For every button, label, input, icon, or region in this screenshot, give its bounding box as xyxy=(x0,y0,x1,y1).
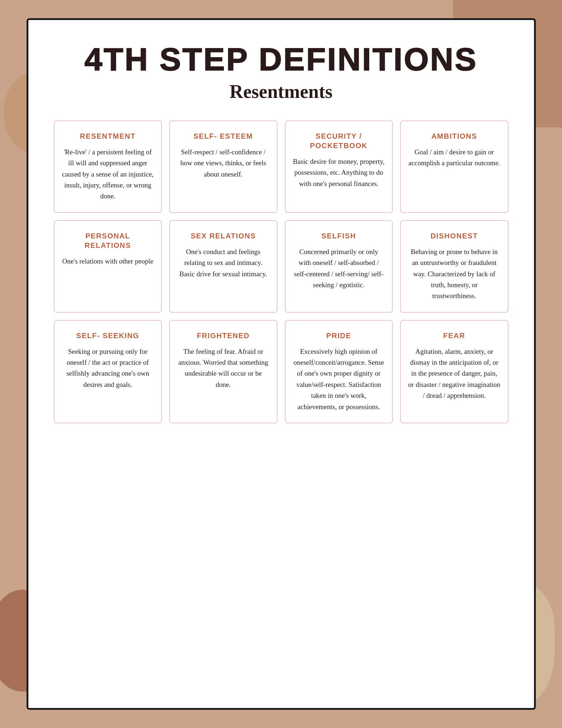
main-card: 4TH STEP DEFINITIONS Resentments RESENTM… xyxy=(27,18,536,710)
card-body-personal-relations: One's relations with other people xyxy=(62,256,153,267)
card-ambitions: AMBITIONSGoal / aim / desire to gain or … xyxy=(400,120,509,213)
card-body-security-pocketbook: Basic desire for money, property, posses… xyxy=(293,156,385,189)
card-title-frightened: FRIGHTENED xyxy=(197,331,250,340)
card-title-sex-relations: SEX RELATIONS xyxy=(191,231,256,241)
card-body-self-esteem: Self-respect / self-confidence / how one… xyxy=(177,147,270,180)
card-body-resentment: 'Re-live' / a persistent feeling of ill … xyxy=(62,147,154,202)
card-body-sex-relations: One's conduct and feelings relating to s… xyxy=(177,246,270,280)
card-resentment: RESENTMENT'Re-live' / a persistent feeli… xyxy=(54,120,162,213)
subtitle: Resentments xyxy=(54,81,509,102)
card-security-pocketbook: SECURITY / POCKETBOOKBasic desire for mo… xyxy=(285,120,393,213)
card-body-fear: Agitation, alarm, anxiety, or dismay in … xyxy=(408,346,501,401)
card-body-dishonest: Behaving or prone to behave in an untrus… xyxy=(408,246,501,302)
card-frightened: FRIGHTENEDThe feeling of fear. Afraid or… xyxy=(169,320,278,423)
card-title-self-esteem: SELF- ESTEEM xyxy=(194,131,253,141)
card-body-self-seeking: Seeking or pursuing only for oneself / t… xyxy=(62,346,154,391)
card-title-self-seeking: SELF- SEEKING xyxy=(76,331,139,340)
card-selfish: SELFISHConcerned primarily or only with … xyxy=(285,220,393,313)
card-dishonest: DISHONESTBehaving or prone to behave in … xyxy=(400,220,509,313)
card-title-fear: FEAR xyxy=(443,331,465,340)
card-body-ambitions: Goal / aim / desire to gain or accomplis… xyxy=(408,147,501,169)
page-title: 4TH STEP DEFINITIONS xyxy=(54,42,509,77)
card-title-selfish: SELFISH xyxy=(322,231,356,241)
card-title-pride: PRIDE xyxy=(326,331,351,340)
card-pride: PRIDEExcessively high opinion of oneself… xyxy=(285,320,393,423)
card-body-pride: Excessively high opinion of oneself/conc… xyxy=(293,346,385,412)
card-body-frightened: The feeling of fear. Afraid or anxious. … xyxy=(177,346,270,391)
card-title-resentment: RESENTMENT xyxy=(80,131,136,141)
card-personal-relations: PERSONAL RELATIONSOne's relations with o… xyxy=(54,220,162,313)
card-title-personal-relations: PERSONAL RELATIONS xyxy=(62,231,154,250)
card-self-esteem: SELF- ESTEEMSelf-respect / self-confiden… xyxy=(169,120,278,213)
card-self-seeking: SELF- SEEKINGSeeking or pursuing only fo… xyxy=(54,320,162,423)
card-sex-relations: SEX RELATIONSOne's conduct and feelings … xyxy=(169,220,278,313)
card-title-ambitions: AMBITIONS xyxy=(431,131,477,141)
card-fear: FEARAgitation, alarm, anxiety, or dismay… xyxy=(400,320,509,423)
card-body-selfish: Concerned primarily or only with oneself… xyxy=(293,246,385,291)
card-title-dishonest: DISHONEST xyxy=(431,231,478,241)
definitions-grid: RESENTMENT'Re-live' / a persistent feeli… xyxy=(54,120,509,423)
card-title-security-pocketbook: SECURITY / POCKETBOOK xyxy=(293,131,385,150)
